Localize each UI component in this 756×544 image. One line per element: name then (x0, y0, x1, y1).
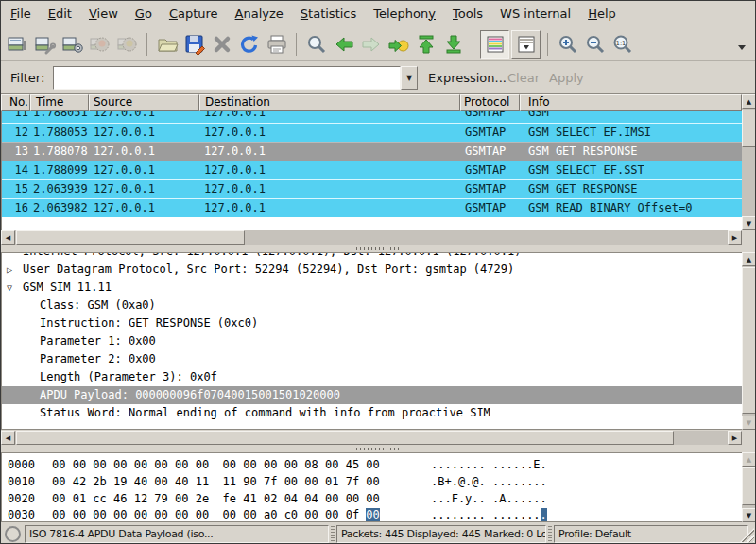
print-icon[interactable] (263, 31, 290, 58)
menu-telephony[interactable]: Telephony (373, 7, 436, 21)
scrollbar-thumb[interactable] (742, 468, 756, 505)
packet-row-15[interactable]: 152.063939127.0.0.1127.0.0.1GSMTAPGSM GE… (2, 179, 742, 198)
scrollbar-thumb[interactable] (16, 431, 674, 445)
detail-row-instruction[interactable]: Instruction: GET RESPONSE (0xc0) (2, 314, 742, 332)
clear-button: Clear (507, 71, 540, 85)
filter-dropdown-button[interactable]: ▼ (401, 66, 418, 90)
details-hscrollbar[interactable]: ◀ ▶ (1, 431, 742, 445)
list-interfaces-icon[interactable] (4, 31, 31, 58)
toolbar-overflow-caret-icon[interactable] (736, 39, 747, 57)
menu-file[interactable]: File (10, 7, 31, 21)
scroll-right-button[interactable]: ▶ (728, 431, 742, 445)
go-back-icon[interactable] (330, 31, 357, 58)
expander-expanded-icon[interactable] (7, 279, 12, 297)
packet-row-14[interactable]: 141.788099127.0.0.1127.0.0.1GSMTAPGSM SE… (2, 161, 742, 179)
detail-row-length[interactable]: Length (Parameter 3): 0x0f (2, 368, 742, 386)
packet-list-hscrollbar[interactable]: ◀ ▶ (1, 230, 742, 245)
go-to-packet-icon[interactable] (385, 31, 412, 58)
open-file-icon[interactable] (153, 31, 180, 58)
menu-bar: File Edit View Go Capture Analyze Statis… (1, 1, 755, 26)
go-to-top-icon[interactable] (412, 31, 439, 58)
statusbar-handle[interactable] (331, 526, 335, 541)
packet-row-11[interactable]: 111.788051127.0.0.1127.0.0.1GSMTAPGSM (2, 111, 742, 123)
hex-row-0000[interactable]: 0000 00 00 00 00 00 00 00 00 00 00 00 00… (2, 456, 742, 473)
status-profile[interactable]: Profile: Default (554, 525, 748, 543)
pane-splitter[interactable] (1, 445, 755, 452)
menu-analyze[interactable]: Analyze (235, 7, 284, 21)
column-header-protocol[interactable]: Protocol (460, 94, 520, 111)
go-forward-icon[interactable] (357, 31, 385, 58)
scroll-left-button[interactable]: ◀ (1, 230, 15, 245)
scroll-left-button[interactable]: ◀ (1, 431, 15, 445)
scroll-up-button[interactable]: ▲ (742, 252, 756, 266)
scroll-up-button[interactable]: ▲ (742, 94, 756, 109)
column-header-time[interactable]: Time (30, 94, 89, 111)
detail-row-gsm-sim[interactable]: GSM SIM 11.11 (2, 279, 742, 297)
menu-tools[interactable]: Tools (453, 7, 483, 21)
menu-edit[interactable]: Edit (48, 7, 72, 21)
zoom-original-icon[interactable]: 1:1 (609, 31, 636, 58)
scrollbar-thumb[interactable] (742, 110, 756, 147)
detail-row-apdu-payload-selected[interactable]: APDU Payload: 000000096f0704001500150102… (2, 386, 742, 404)
scroll-down-button[interactable]: ▼ (742, 508, 756, 522)
filter-input[interactable] (53, 66, 401, 90)
main-toolbar: 1:1 (1, 27, 755, 61)
detail-row-udp[interactable]: User Datagram Protocol, Src Port: 52294 … (2, 261, 742, 279)
colorize-packets-toggle[interactable] (480, 30, 509, 59)
toolbar-separator (296, 33, 297, 56)
status-field-info: ISO 7816-4 APDU Data Payload (iso... (25, 525, 329, 543)
pane-splitter[interactable] (1, 245, 755, 252)
filter-bar: Filter: ▼ Expression... Clear Apply (1, 62, 755, 94)
packet-row-16[interactable]: 162.063982127.0.0.1127.0.0.1GSMTAPGSM RE… (2, 198, 742, 217)
column-header-info[interactable]: Info (520, 94, 742, 111)
scroll-up-button[interactable]: ▲ (742, 452, 756, 467)
detail-row-parameter1[interactable]: Parameter 1: 0x00 (2, 332, 742, 350)
detail-row-parameter2[interactable]: Parameter 2: 0x00 (2, 350, 742, 368)
menu-statistics[interactable]: Statistics (301, 7, 356, 21)
scroll-right-button[interactable]: ▶ (728, 230, 742, 245)
detail-row-ip[interactable]: Internet Protocol, Src: 127.0.0.1 (127.0… (2, 253, 742, 261)
menu-capture[interactable]: Capture (169, 7, 218, 21)
hex-vscrollbar[interactable]: ▲ ▼ (742, 452, 756, 522)
go-to-bottom-icon[interactable] (439, 31, 467, 58)
scroll-down-button[interactable]: ▼ (742, 416, 756, 430)
menu-help[interactable]: Help (588, 7, 616, 21)
column-header-source[interactable]: Source (89, 94, 199, 111)
toolbar-separator (146, 33, 147, 56)
detail-row-status-word[interactable]: Status Word: Normal ending of command wi… (2, 404, 742, 422)
expander-collapsed-icon[interactable] (7, 261, 12, 279)
hex-row-0010[interactable]: 0010 00 42 2b 19 40 00 40 11 11 90 7f 00… (2, 473, 742, 490)
hex-row-0030[interactable]: 0030 00 00 00 00 00 00 00 00 00 00 a0 c0… (2, 506, 742, 522)
packet-row-12[interactable]: 121.788053127.0.0.1127.0.0.1GSMTAPGSM SE… (2, 123, 742, 142)
selected-byte: 00 (366, 508, 379, 521)
save-file-icon[interactable] (180, 31, 208, 58)
menu-view[interactable]: View (89, 7, 118, 21)
detail-row-class[interactable]: Class: GSM (0xa0) (2, 297, 742, 314)
packet-list: 111.788051127.0.0.1127.0.0.1GSMTAPGSM 12… (1, 111, 742, 230)
expert-info-icon[interactable] (5, 526, 21, 542)
svg-text:1:1: 1:1 (615, 39, 625, 46)
zoom-in-icon[interactable] (554, 31, 581, 58)
capture-stop-icon[interactable] (86, 31, 113, 58)
scrollbar-thumb[interactable] (742, 267, 756, 414)
capture-start-icon[interactable] (59, 31, 86, 58)
packet-row-13-selected[interactable]: 131.788078127.0.0.1127.0.0.1GSMTAPGSM GE… (2, 142, 742, 161)
scroll-down-button[interactable]: ▼ (742, 216, 756, 230)
capture-options-icon[interactable] (31, 31, 59, 58)
scrollbar-thumb[interactable] (16, 230, 245, 245)
packet-list-vscrollbar[interactable]: ▲ ▼ (742, 94, 756, 230)
statusbar-handle[interactable] (548, 526, 552, 541)
zoom-out-icon[interactable] (581, 31, 609, 58)
hex-row-0020[interactable]: 0020 00 01 cc 46 12 79 00 2e fe 41 02 04… (2, 490, 742, 507)
auto-scroll-toggle[interactable] (511, 30, 541, 59)
expression-button[interactable]: Expression... (428, 71, 507, 85)
menu-go[interactable]: Go (135, 7, 152, 21)
menu-ws-internal[interactable]: WS internal (500, 7, 571, 21)
find-packet-icon[interactable] (302, 31, 330, 58)
column-header-destination[interactable]: Destination (199, 94, 460, 111)
column-header-no[interactable]: No. (1, 94, 30, 111)
capture-restart-icon[interactable] (113, 31, 141, 58)
close-file-icon[interactable] (208, 31, 235, 58)
reload-icon[interactable] (235, 31, 263, 58)
details-vscrollbar[interactable]: ▲ ▼ (742, 252, 756, 430)
